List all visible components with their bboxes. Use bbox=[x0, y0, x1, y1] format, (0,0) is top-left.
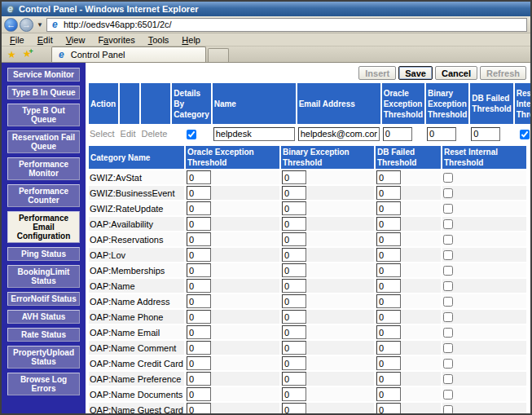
category-reset-checkbox[interactable] bbox=[443, 219, 453, 229]
category-reset-checkbox[interactable] bbox=[443, 281, 453, 291]
category-binary-input[interactable] bbox=[282, 387, 306, 401]
forward-button[interactable]: → bbox=[20, 18, 33, 32]
category-binary-input[interactable] bbox=[282, 263, 306, 277]
category-oracle-input[interactable] bbox=[187, 186, 211, 200]
delete-link[interactable]: Delete bbox=[142, 129, 170, 139]
new-tab-stub[interactable] bbox=[208, 48, 229, 62]
address-input[interactable]: e http://oedsv46app:6501/2c/ bbox=[46, 18, 527, 32]
category-db-failed-input[interactable] bbox=[376, 248, 401, 262]
category-db-failed-input[interactable] bbox=[376, 341, 401, 355]
category-binary-input[interactable] bbox=[282, 170, 306, 184]
category-db-failed-input[interactable] bbox=[376, 201, 401, 215]
category-db-failed-input[interactable] bbox=[376, 232, 401, 246]
category-db-failed-input[interactable] bbox=[376, 217, 401, 231]
category-binary-input[interactable] bbox=[282, 325, 306, 339]
category-reset-checkbox[interactable] bbox=[443, 188, 453, 198]
category-oracle-input[interactable] bbox=[187, 248, 211, 262]
category-oracle-input[interactable] bbox=[187, 170, 211, 184]
category-binary-input[interactable] bbox=[282, 279, 306, 293]
refresh-button[interactable]: Refresh bbox=[480, 66, 526, 80]
category-db-failed-input[interactable] bbox=[376, 356, 401, 370]
menu-favorites[interactable]: Favorites bbox=[91, 34, 141, 46]
category-reset-checkbox[interactable] bbox=[443, 312, 453, 322]
sidebar-item-errornotif-status[interactable]: ErrorNotif Status bbox=[7, 292, 80, 306]
category-reset-checkbox[interactable] bbox=[443, 343, 453, 353]
insert-button[interactable]: Insert bbox=[358, 66, 396, 80]
menu-tools[interactable]: Tools bbox=[142, 34, 176, 46]
category-oracle-input[interactable] bbox=[187, 341, 211, 355]
category-reset-checkbox[interactable] bbox=[443, 374, 453, 384]
category-reset-checkbox[interactable] bbox=[443, 204, 453, 214]
category-oracle-input[interactable] bbox=[187, 294, 211, 308]
category-db-failed-input[interactable] bbox=[376, 186, 401, 200]
category-oracle-input[interactable] bbox=[187, 387, 211, 401]
sidebar-item-type-b-in-queue[interactable]: Type B In Queue bbox=[7, 86, 80, 99]
favorites-star-icon[interactable]: ★ bbox=[5, 48, 19, 62]
category-binary-input[interactable] bbox=[282, 248, 306, 262]
category-reset-checkbox[interactable] bbox=[443, 405, 453, 413]
category-reset-checkbox[interactable] bbox=[443, 390, 453, 400]
category-db-failed-input[interactable] bbox=[376, 279, 401, 293]
category-db-failed-input[interactable] bbox=[376, 263, 401, 277]
category-binary-input[interactable] bbox=[282, 217, 306, 231]
menu-help[interactable]: Help bbox=[175, 34, 207, 46]
reset-internal-checkbox[interactable] bbox=[520, 130, 530, 139]
db-failed-threshold-input[interactable] bbox=[471, 127, 500, 141]
sidebar-item-service-monitor[interactable]: Service Monitor bbox=[7, 68, 80, 82]
category-binary-input[interactable] bbox=[282, 201, 306, 215]
category-db-failed-input[interactable] bbox=[376, 387, 401, 401]
category-oracle-input[interactable] bbox=[187, 201, 211, 215]
tab-control-panel[interactable]: e Control Panel bbox=[51, 46, 206, 62]
edit-link[interactable]: Edit bbox=[121, 129, 138, 139]
category-reset-checkbox[interactable] bbox=[443, 359, 453, 369]
history-dropdown-icon[interactable]: ▼ bbox=[37, 21, 43, 29]
sidebar-item-browse-log-errors[interactable]: Browse Log Errors bbox=[7, 373, 80, 395]
category-binary-input[interactable] bbox=[282, 294, 306, 308]
category-binary-input[interactable] bbox=[282, 232, 306, 246]
sidebar-item-performance-monitor[interactable]: Performance Monitor bbox=[7, 157, 80, 180]
sidebar-item-performance-email-configuration[interactable]: Performance Email Configuration bbox=[7, 211, 80, 243]
category-db-failed-input[interactable] bbox=[376, 372, 401, 386]
category-oracle-input[interactable] bbox=[187, 217, 211, 231]
category-db-failed-input[interactable] bbox=[376, 310, 401, 324]
category-oracle-input[interactable] bbox=[187, 310, 211, 324]
sidebar-item-avh-status[interactable]: AVH Status bbox=[7, 310, 80, 324]
category-db-failed-input[interactable] bbox=[376, 170, 401, 184]
sidebar-item-ping-status[interactable]: Ping Status bbox=[7, 247, 80, 261]
sidebar-item-performance-counter[interactable]: Performance Counter bbox=[7, 184, 80, 207]
sidebar-item-rate-status[interactable]: Rate Status bbox=[7, 328, 80, 342]
category-oracle-input[interactable] bbox=[187, 279, 211, 293]
details-by-category-checkbox[interactable] bbox=[187, 130, 196, 139]
category-reset-checkbox[interactable] bbox=[443, 173, 453, 183]
category-oracle-input[interactable] bbox=[187, 325, 211, 339]
category-db-failed-input[interactable] bbox=[376, 294, 401, 308]
category-binary-input[interactable] bbox=[282, 186, 306, 200]
menu-file[interactable]: File bbox=[3, 34, 31, 46]
category-reset-checkbox[interactable] bbox=[443, 266, 453, 276]
oracle-threshold-input[interactable] bbox=[383, 127, 412, 141]
sidebar-item-type-b-out-queue[interactable]: Type B Out Queue bbox=[7, 104, 80, 126]
category-binary-input[interactable] bbox=[282, 372, 306, 386]
menu-view[interactable]: View bbox=[59, 34, 92, 46]
cancel-button[interactable]: Cancel bbox=[435, 66, 477, 80]
save-button[interactable]: Save bbox=[398, 66, 433, 80]
menu-edit[interactable]: Edit bbox=[31, 34, 59, 46]
category-binary-input[interactable] bbox=[282, 356, 306, 370]
sidebar-item-reservation-fail-queue[interactable]: Reservation Fail Queue bbox=[7, 130, 80, 153]
back-button[interactable]: ← bbox=[4, 18, 18, 32]
category-reset-checkbox[interactable] bbox=[443, 250, 453, 260]
select-link[interactable]: Select bbox=[90, 129, 117, 139]
category-oracle-input[interactable] bbox=[187, 232, 211, 246]
category-oracle-input[interactable] bbox=[187, 403, 211, 413]
email-input[interactable] bbox=[298, 127, 380, 141]
category-db-failed-input[interactable] bbox=[376, 403, 401, 413]
category-binary-input[interactable] bbox=[282, 341, 306, 355]
category-oracle-input[interactable] bbox=[187, 263, 211, 277]
category-oracle-input[interactable] bbox=[187, 356, 211, 370]
binary-threshold-input[interactable] bbox=[427, 127, 456, 141]
category-binary-input[interactable] bbox=[282, 403, 306, 413]
category-reset-checkbox[interactable] bbox=[443, 235, 453, 245]
category-binary-input[interactable] bbox=[282, 310, 306, 324]
category-db-failed-input[interactable] bbox=[376, 325, 401, 339]
name-input[interactable] bbox=[213, 127, 295, 141]
